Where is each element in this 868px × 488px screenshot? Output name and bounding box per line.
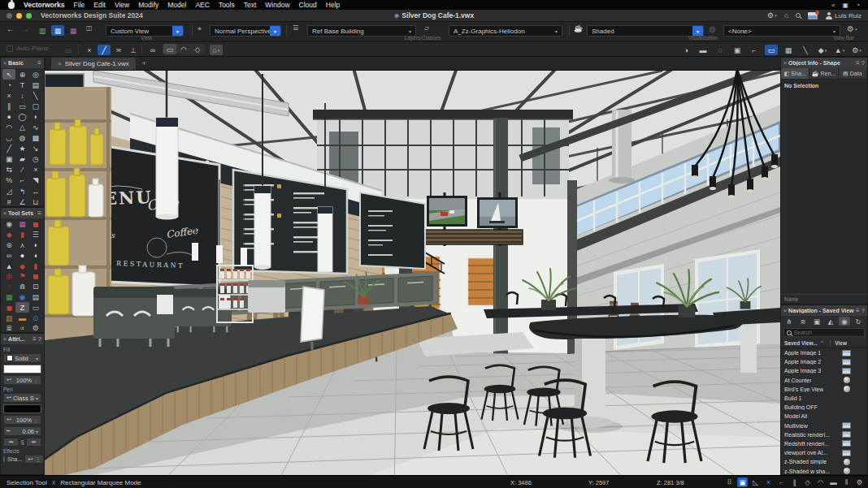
- column-view[interactable]: View: [835, 340, 847, 346]
- draw-mode-icon[interactable]: ╲: [799, 45, 812, 55]
- saved-views-search[interactable]: [783, 328, 865, 337]
- line-icon[interactable]: ╲: [29, 90, 42, 101]
- hatch-icon[interactable]: ▩: [29, 133, 42, 144]
- framing-icon[interactable]: ⋏: [15, 240, 28, 251]
- corner-mode-icon[interactable]: ⌐: [748, 45, 761, 55]
- mirror-icon[interactable]: ⇆: [2, 165, 15, 175]
- tape-icon[interactable]: ◎: [2, 271, 15, 282]
- menu-item-aec[interactable]: AEC: [195, 1, 209, 9]
- palette-menu-icon[interactable]: ≡: [33, 335, 37, 343]
- palette-help-icon[interactable]: ?: [38, 335, 41, 343]
- view-settings-icon[interactable]: ⚙▾: [850, 45, 863, 55]
- flyover-icon[interactable]: ◎: [29, 69, 42, 80]
- saved-view-row[interactable]: Realistic renderi...: [781, 430, 867, 439]
- palette-menu-icon[interactable]: ≡: [37, 209, 41, 217]
- saved-view-icon[interactable]: ◫: [86, 25, 93, 32]
- snap-tangent-icon[interactable]: ◠: [815, 477, 826, 487]
- zoom-window-icon[interactable]: ▦: [51, 25, 64, 36]
- saved-view-row[interactable]: Model All: [781, 412, 867, 421]
- snap-angle-icon[interactable]: ◺: [750, 477, 761, 487]
- tab-shape[interactable]: ◧ Sha...: [781, 68, 809, 79]
- security-icon[interactable]: ∝: [15, 323, 28, 333]
- camera-icon[interactable]: ▭: [29, 302, 42, 313]
- sphere-icon[interactable]: ●: [15, 250, 28, 261]
- projection-dropdown[interactable]: Normal Perspective▾: [210, 25, 281, 37]
- saved-view-row[interactable]: Redshift renderi...: [781, 439, 867, 448]
- menu-item-file[interactable]: File: [74, 1, 85, 9]
- area-icon[interactable]: ⊔: [29, 196, 42, 207]
- new-tab-button[interactable]: +: [142, 59, 146, 67]
- rotate-icon[interactable]: ◷: [29, 154, 42, 165]
- zoom-icon[interactable]: ◔: [2, 80, 15, 90]
- close-palette-icon[interactable]: ×: [3, 336, 7, 342]
- close-palette-icon[interactable]: ×: [3, 210, 7, 216]
- window-minimize-button[interactable]: [16, 13, 22, 19]
- massing-icon[interactable]: ◼: [29, 219, 42, 230]
- snap-distance-icon[interactable]: ∥: [789, 477, 800, 487]
- menu-item-window[interactable]: Window: [265, 1, 289, 9]
- document-tab[interactable]: × Silver Dog Cafe-1.vwx: [51, 58, 136, 70]
- shadow-options-button[interactable]: ↩⋮: [24, 455, 44, 464]
- split-icon[interactable]: %: [2, 175, 15, 186]
- snap-grid-icon[interactable]: ⠿: [724, 477, 735, 487]
- multiple-selection-icon[interactable]: ≍: [112, 45, 125, 55]
- wall-icon[interactable]: ▤: [29, 80, 42, 90]
- machine-settings-icon[interactable]: ⚙: [29, 323, 42, 333]
- viewports-icon[interactable]: ◭: [825, 317, 836, 326]
- slice-icon[interactable]: ∕: [15, 165, 28, 175]
- wall-feature-icon[interactable]: ◆: [15, 261, 28, 271]
- line-start-marker-button[interactable]: ━: [3, 438, 19, 447]
- visibility-icon[interactable]: ◉: [2, 219, 15, 230]
- arc-icon[interactable]: ◗: [29, 111, 42, 122]
- user-account-button[interactable]: Luis Ruiz: [825, 12, 861, 19]
- saved-view-row[interactable]: Multiview: [781, 421, 867, 430]
- palette-help-icon[interactable]: ?: [861, 59, 865, 67]
- shadow-checkbox[interactable]: [3, 456, 5, 462]
- triangle-icon[interactable]: ◿: [2, 186, 15, 196]
- pilaster-icon[interactable]: ▮: [29, 261, 42, 271]
- menu-item-vectorworks[interactable]: Vectorworks: [24, 1, 65, 9]
- render-options-icon[interactable]: ◆▾: [816, 45, 829, 55]
- fill-color-swatch[interactable]: [3, 365, 41, 374]
- menu-item-view[interactable]: View: [115, 1, 129, 9]
- home-button[interactable]: ⌂: [784, 11, 788, 19]
- counter-icon[interactable]: ▬: [15, 313, 28, 323]
- notifications-icon[interactable]: [808, 12, 818, 19]
- saved-view-row[interactable]: At Counter: [781, 376, 867, 385]
- close-palette-icon[interactable]: ×: [783, 308, 787, 313]
- palette-menu-icon[interactable]: ≡: [37, 59, 41, 67]
- saved-view-row[interactable]: viewport ove Al...: [781, 448, 867, 457]
- building-mode-icon[interactable]: ⌂▾: [210, 45, 223, 55]
- window-zoom-button[interactable]: [26, 13, 32, 19]
- projection-icon[interactable]: ⌖: [197, 25, 202, 32]
- auto-plane-toggle[interactable]: Auto-Plane: [7, 45, 49, 52]
- interactive-scaling-icon[interactable]: ╱: [98, 45, 111, 55]
- hemisphere-icon[interactable]: ◖: [29, 250, 42, 261]
- saved-view-row[interactable]: Apple Image 1: [781, 348, 867, 357]
- oval-icon[interactable]: ◯: [15, 111, 28, 122]
- view-bar-options-button[interactable]: ⚙▾: [847, 25, 857, 33]
- fill-opacity-control[interactable]: ↩ 100% ⋮: [3, 375, 41, 385]
- dashed-circle-mode-icon[interactable]: ◌: [714, 45, 727, 55]
- saved-view-row[interactable]: z-Shaded simple: [781, 457, 867, 466]
- snap-intersection-icon[interactable]: ×: [763, 477, 774, 487]
- classes-icon[interactable]: ▣: [811, 317, 822, 326]
- menu-item-modify[interactable]: Modify: [138, 1, 158, 9]
- menu-item-help[interactable]: Help: [326, 1, 340, 9]
- cabinet-icon[interactable]: ▥: [2, 313, 15, 323]
- dashed-circle-icon[interactable]: ◌: [2, 282, 15, 292]
- vertical-mode-icon[interactable]: ⊥: [127, 45, 140, 55]
- box-icon[interactable]: ◼: [29, 271, 42, 282]
- menu-item-cloud[interactable]: Cloud: [299, 1, 317, 9]
- close-palette-icon[interactable]: ×: [783, 60, 787, 66]
- workspace-gear-button[interactable]: ⚙▾: [767, 11, 777, 19]
- forward-button[interactable]: →: [21, 25, 29, 33]
- sheet-view-icon[interactable]: ▦: [67, 25, 80, 36]
- back-button[interactable]: ←: [7, 25, 15, 33]
- menu-item-tools[interactable]: Tools: [219, 1, 235, 9]
- smart-points-icon[interactable]: ◇: [802, 477, 813, 487]
- sheet-layers-icon[interactable]: ≋: [797, 317, 809, 326]
- layers-icon[interactable]: ☰: [293, 25, 298, 32]
- tab-close-icon[interactable]: ×: [58, 60, 62, 67]
- design-layers-icon[interactable]: ⋔: [783, 317, 795, 326]
